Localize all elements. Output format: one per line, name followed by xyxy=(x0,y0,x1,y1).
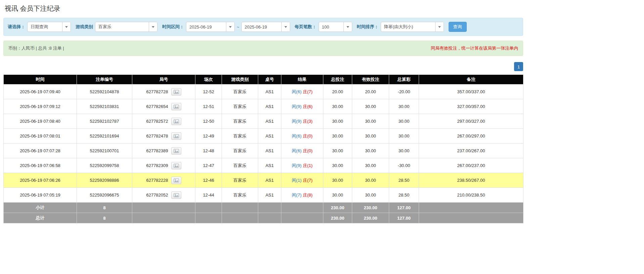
cell-valid-bet: 30.00 xyxy=(352,99,389,114)
cell-table-no: AS1 xyxy=(258,173,281,188)
header-payout: 总派彩 xyxy=(389,75,419,85)
view-round-result-button[interactable] xyxy=(171,191,181,199)
sort-value: 降幂(由大到小) xyxy=(381,24,435,30)
image-icon xyxy=(174,105,179,109)
page-size-select[interactable]: 100 xyxy=(319,22,352,32)
view-round-result-button[interactable] xyxy=(171,103,181,110)
cell-total-bet[interactable]: 30.00 xyxy=(323,129,352,144)
cell-total-bet[interactable]: 30.00 xyxy=(323,173,352,188)
cell-time: 2025-06-19 07:05:19 xyxy=(4,188,77,203)
chevron-down-icon[interactable] xyxy=(62,22,71,32)
page-title: 视讯 会员下注纪录 xyxy=(5,4,526,13)
cell-table-no: AS1 xyxy=(258,114,281,129)
cell-table-no: AS1 xyxy=(258,85,281,99)
header-remark: 备注 xyxy=(419,75,523,85)
table-row: 2025-06-19 07:06:26 522592098886 6277822… xyxy=(4,173,523,188)
filter-bar: 请选择： 日期查询 游戏类别 百家乐 时间区间： 2025-06-19 ~ 20… xyxy=(3,18,523,36)
empty-cell xyxy=(132,213,195,223)
view-round-result-button[interactable] xyxy=(171,88,181,96)
subtotal-valid-bet: 230.00 xyxy=(352,203,389,213)
grand-total-label: 总计 xyxy=(4,213,77,223)
chevron-down-icon[interactable] xyxy=(149,22,157,32)
table-body: 2025-06-19 07:09:40 522592104878 6277827… xyxy=(4,85,523,203)
view-round-result-button[interactable] xyxy=(171,132,181,140)
cell-payout: -30.00 xyxy=(389,158,419,173)
cell-remark: 357.00/337.00 xyxy=(419,85,523,99)
game-type-value: 百家乐 xyxy=(95,24,149,30)
cell-round-id: 627782572 xyxy=(132,114,195,129)
banker-result: 庄(6) xyxy=(303,104,313,109)
grand-total-payout: 127.00 xyxy=(389,213,419,223)
empty-cell xyxy=(419,203,523,213)
sort-select[interactable]: 降幂(由大到小) xyxy=(381,22,444,32)
empty-cell xyxy=(281,213,323,223)
player-result: 闲(6) xyxy=(292,148,302,153)
date-to-picker[interactable]: 2025-06-19 xyxy=(241,22,290,32)
cell-bet-id: 522592096675 xyxy=(77,188,132,203)
currency-total-text: 币别：人民币 | 总共 :8 注单 | xyxy=(8,45,64,51)
cell-total-bet[interactable]: 30.00 xyxy=(323,158,352,173)
table-row: 2025-06-19 07:08:01 522592101694 6277824… xyxy=(4,129,523,144)
cell-remark: 267.00/297.00 xyxy=(419,129,523,144)
round-id-text: 627782478 xyxy=(146,133,168,139)
cell-session: 12-44 xyxy=(195,188,222,203)
image-icon xyxy=(174,119,179,123)
cell-bet-id: 522592102787 xyxy=(77,114,132,129)
cell-payout: 28.50 xyxy=(389,188,419,203)
game-type-select[interactable]: 百家乐 xyxy=(95,22,157,32)
image-icon xyxy=(174,149,179,153)
cell-game-type: 百家乐 xyxy=(222,144,258,158)
cell-total-bet[interactable]: 30.00 xyxy=(323,188,352,203)
header-time: 时间 xyxy=(4,75,77,85)
time-range-label: 时间区间： xyxy=(162,24,184,30)
view-round-result-button[interactable] xyxy=(171,162,181,169)
cell-round-id: 627782654 xyxy=(132,99,195,114)
page-1-button[interactable]: 1 xyxy=(514,62,523,71)
grand-total-row: 总计 8 230.00 230.00 127.00 xyxy=(4,213,523,223)
query-type-group: 请选择： 日期查询 xyxy=(8,22,71,32)
cell-time: 2025-06-19 07:06:26 xyxy=(4,173,77,188)
table-row: 2025-06-19 07:08:40 522592102787 6277825… xyxy=(4,114,523,129)
image-icon xyxy=(174,178,179,182)
grand-total-count: 8 xyxy=(77,213,132,223)
chevron-down-icon[interactable] xyxy=(343,22,352,32)
cell-session: 12-50 xyxy=(195,114,222,129)
cell-session: 12-46 xyxy=(195,173,222,188)
player-result: 闲(9) xyxy=(292,104,302,109)
table-row: 2025-06-19 07:09:12 522592103831 6277826… xyxy=(4,99,523,114)
cell-total-bet[interactable]: 20.00 xyxy=(323,85,352,99)
sort-group: 时间排序： 降幂(由大到小) xyxy=(357,22,444,32)
view-round-result-button[interactable] xyxy=(171,147,181,155)
banker-result: 庄(1) xyxy=(303,163,313,168)
range-separator: ~ xyxy=(237,24,239,30)
cell-game-type: 百家乐 xyxy=(222,173,258,188)
header-table-no: 桌号 xyxy=(258,75,281,85)
subtotal-total-bet: 230.00 xyxy=(323,203,352,213)
empty-cell xyxy=(419,213,523,223)
chevron-down-icon[interactable] xyxy=(281,22,290,32)
chevron-down-icon[interactable] xyxy=(226,22,234,32)
cell-total-bet[interactable]: 30.00 xyxy=(323,99,352,114)
cell-result: 闲(6)庄(7) xyxy=(281,85,323,99)
banker-result: 庄(3) xyxy=(303,119,313,124)
cell-result: 闲(9)庄(1) xyxy=(281,158,323,173)
chevron-down-icon[interactable] xyxy=(435,22,444,32)
cell-bet-id: 522592099758 xyxy=(77,158,132,173)
query-type-select[interactable]: 日期查询 xyxy=(27,22,71,32)
cell-payout: -20.00 xyxy=(389,85,419,99)
view-round-result-button[interactable] xyxy=(171,118,181,125)
cell-time: 2025-06-19 07:09:40 xyxy=(4,85,77,99)
cell-valid-bet: 30.00 xyxy=(352,144,389,158)
cell-valid-bet: 30.00 xyxy=(352,188,389,203)
cell-total-bet[interactable]: 30.00 xyxy=(323,114,352,129)
search-button[interactable]: 查询 xyxy=(449,22,467,32)
cell-valid-bet: 30.00 xyxy=(352,173,389,188)
view-round-result-button[interactable] xyxy=(171,177,181,184)
cell-total-bet[interactable]: 30.00 xyxy=(323,144,352,158)
query-type-label: 请选择： xyxy=(8,24,25,30)
cell-game-type: 百家乐 xyxy=(222,85,258,99)
table-header-row: 时间 注单编号 局号 场次 游戏类别 桌号 结果 总投注 有效投注 总派彩 备注 xyxy=(4,75,523,85)
subtotal-payout: 127.00 xyxy=(389,203,419,213)
date-from-picker[interactable]: 2025-06-19 xyxy=(186,22,235,32)
cell-result: 闲(9)庄(6) xyxy=(281,99,323,114)
